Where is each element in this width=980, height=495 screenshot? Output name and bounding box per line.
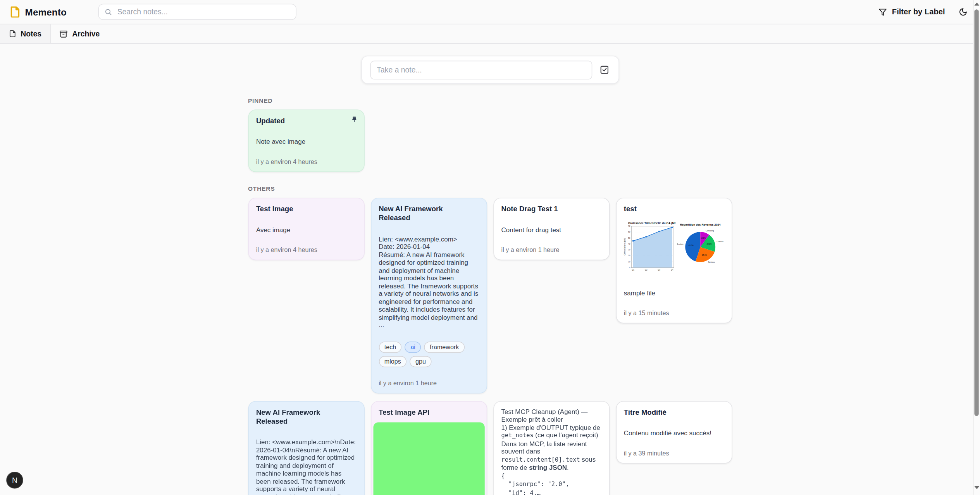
note-timestamp: il y a 15 minutes [624, 309, 724, 316]
note-image-charts: Croissance Trimestrielle du CA (M€)01020… [623, 219, 725, 276]
filter-icon [879, 8, 887, 16]
pinned-notes-grid: UpdatedNote avec imageil y a environ 4 h… [248, 109, 732, 172]
app-logo-icon [10, 6, 20, 17]
theme-toggle-button[interactable] [956, 5, 970, 19]
tab-notes[interactable]: Notes [0, 24, 51, 43]
note-tags: techaiframeworkmlopsgpu [379, 341, 479, 367]
note-card[interactable]: Test ImageAvec imageil y a environ 4 heu… [248, 198, 364, 260]
note-tag[interactable]: framework [424, 341, 465, 353]
top-bar: Memento Filter by Label [0, 0, 980, 24]
dev-tools-badge[interactable]: N [6, 472, 23, 489]
tab-archive[interactable]: Archive [51, 24, 109, 43]
note-title: Test Image [256, 205, 356, 214]
svg-text:40: 40 [628, 243, 630, 245]
note-image-green [373, 422, 484, 495]
svg-text:Consulting: Consulting [706, 230, 714, 232]
scrollbar-up-arrow[interactable] [974, 2, 979, 5]
scrollbar-thumb[interactable] [974, 9, 978, 416]
svg-text:10: 10 [628, 261, 630, 263]
svg-text:Chiffre d'affaires (M€): Chiffre d'affaires (M€) [623, 238, 625, 256]
svg-text:Q1: Q1 [632, 269, 634, 271]
archive-icon [60, 30, 68, 38]
svg-text:20.0%: 20.0% [707, 243, 712, 245]
svg-text:45.0%: 45.0% [689, 245, 694, 247]
add-note-button[interactable] [598, 64, 610, 76]
note-card[interactable]: UpdatedNote avec imageil y a environ 4 h… [248, 109, 364, 172]
svg-text:60: 60 [628, 231, 630, 233]
note-content: Contenu modifié avec succès! [624, 429, 724, 437]
search-input[interactable] [116, 7, 290, 17]
moon-icon [959, 7, 968, 16]
note-tag[interactable]: ai [405, 341, 421, 353]
note-tag[interactable]: mlops [379, 356, 406, 367]
note-timestamp: il y a environ 1 heure [379, 379, 479, 386]
note-timestamp: il y a 39 minutes [624, 450, 724, 457]
svg-text:Q4: Q4 [670, 269, 673, 271]
note-content: sample file [624, 289, 724, 297]
note-content: Avec image [256, 226, 356, 234]
scrollbar [973, 0, 980, 495]
note-image-wrap [377, 422, 480, 495]
take-note-input[interactable] [370, 60, 592, 79]
svg-text:30: 30 [628, 249, 630, 251]
note-content: Note avec image [256, 138, 356, 146]
note-card[interactable]: testCroissance Trimestrielle du CA (M€)0… [616, 198, 732, 323]
line-chart: Croissance Trimestrielle du CA (M€)01020… [623, 219, 675, 276]
pin-icon[interactable] [350, 115, 358, 126]
note-card[interactable]: Test Image API [370, 401, 487, 495]
svg-text:Répartition des Revenus 2024: Répartition des Revenus 2024 [680, 223, 721, 226]
svg-text:10.0%: 10.0% [701, 237, 706, 239]
main-content: PINNED UpdatedNote avec imageil y a envi… [248, 56, 732, 495]
svg-text:0: 0 [629, 267, 630, 269]
check-square-icon [599, 65, 609, 74]
filter-by-label-button[interactable]: Filter by Label [875, 5, 949, 19]
section-label-pinned: PINNED [248, 97, 732, 104]
svg-text:Croissance Trimestrielle du CA: Croissance Trimestrielle du CA (M€) [628, 221, 675, 225]
svg-text:50: 50 [628, 237, 630, 239]
app-title: Memento [25, 7, 67, 17]
note-content: Lien: <www.example.com> Date: 2026-01-04… [379, 235, 479, 329]
note-title: New AI Framework Released [256, 408, 356, 426]
note-title: Titre Modifié [624, 408, 724, 417]
note-title: Note Drag Test 1 [501, 205, 601, 214]
scrollbar-down-arrow[interactable] [974, 486, 979, 489]
filter-label: Filter by Label [892, 7, 945, 16]
take-note-card [361, 56, 619, 84]
note-title: test [624, 205, 724, 214]
note-card[interactable]: New AI Framework ReleasedLien: <www.exam… [248, 401, 364, 495]
note-title: Updated [256, 116, 356, 125]
note-timestamp: il y a environ 1 heure [501, 246, 601, 253]
note-content: Lien: <www.example.com>\nDate: 2026-01-0… [256, 438, 356, 495]
note-title: Test Image API [379, 408, 479, 417]
note-content-rich: Test MCP Cleanup (Agent) — Exemple prêt … [501, 408, 601, 495]
svg-text:Produits: Produits [677, 243, 684, 245]
file-icon [9, 30, 16, 37]
note-card[interactable]: New AI Framework ReleasedLien: <www.exam… [370, 198, 487, 393]
svg-text:Q2: Q2 [644, 269, 647, 271]
note-timestamp: il y a environ 4 heures [256, 158, 356, 165]
note-tag[interactable]: tech [379, 341, 402, 353]
note-card[interactable]: Test MCP Cleanup (Agent) — Exemple prêt … [493, 401, 610, 495]
svg-text:Licences: Licences [716, 241, 723, 243]
section-label-others: OTHERS [248, 185, 732, 192]
note-content: Content for drag test [501, 226, 601, 234]
search-icon [104, 8, 112, 16]
svg-text:Q3: Q3 [658, 269, 660, 271]
other-notes-grid: Test ImageAvec imageil y a environ 4 heu… [248, 198, 732, 495]
tabs-bar: Notes Archive [0, 24, 980, 44]
svg-text:25.0%: 25.0% [702, 255, 707, 257]
note-card[interactable]: Note Drag Test 1Content for drag testil … [493, 198, 610, 260]
svg-text:70: 70 [628, 225, 630, 227]
note-title: New AI Framework Released [379, 205, 479, 222]
note-timestamp: il y a environ 4 heures [256, 246, 356, 253]
svg-text:Services: Services [708, 262, 715, 264]
tab-archive-label: Archive [72, 29, 100, 38]
app-window: Memento Filter by Label No [0, 0, 980, 495]
note-card[interactable]: Titre ModifiéContenu modifié avec succès… [616, 401, 732, 463]
note-tag[interactable]: gpu [410, 356, 431, 367]
tab-notes-label: Notes [21, 29, 41, 38]
svg-text:20: 20 [628, 255, 630, 257]
pie-chart: Répartition des Revenus 202445.0%Produit… [675, 219, 725, 276]
search-box [98, 4, 296, 20]
